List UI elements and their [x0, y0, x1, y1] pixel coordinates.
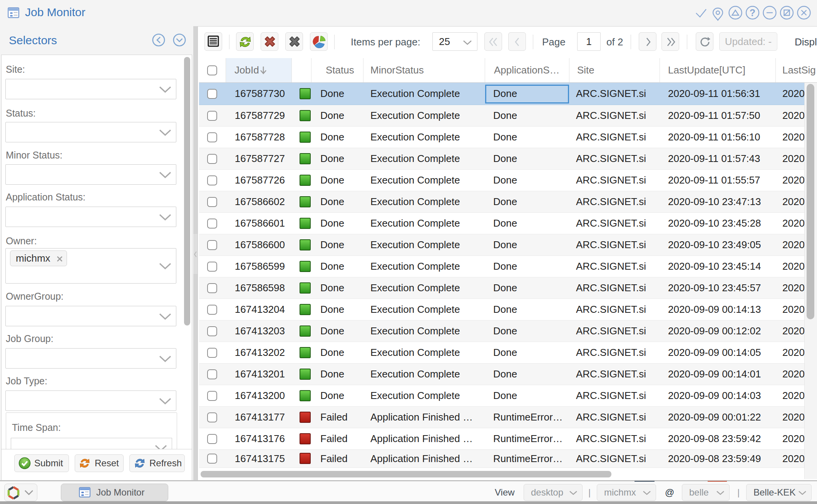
svg-text:?: ?: [750, 7, 755, 18]
